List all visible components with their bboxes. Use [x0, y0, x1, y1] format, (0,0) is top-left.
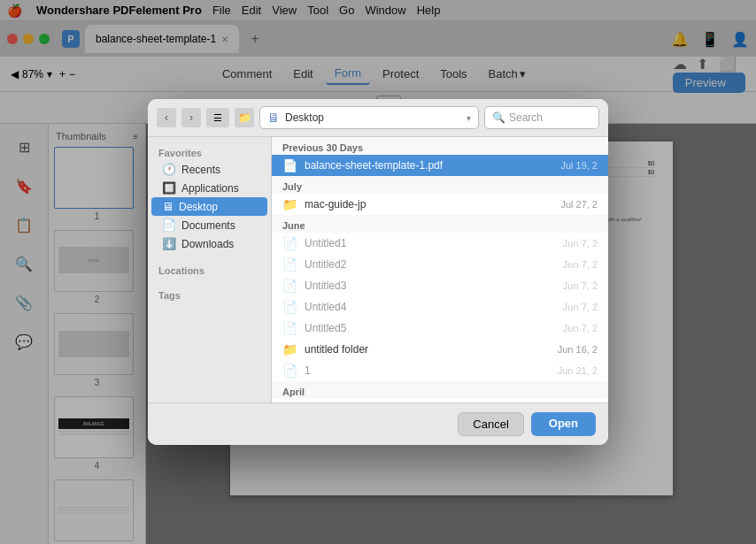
- search-bar[interactable]: 🔍 Search: [484, 106, 599, 129]
- sidebar-recents[interactable]: 🕐 Recents: [151, 160, 267, 179]
- file-1[interactable]: 📄 1 Jun 21, 2: [272, 360, 608, 381]
- downloads-icon: ⬇️: [162, 237, 176, 250]
- recents-label: Recents: [181, 164, 220, 176]
- mac-guide-date: Jul 27, 2: [560, 199, 598, 210]
- recents-icon: 🕐: [162, 163, 176, 176]
- file-untitled4[interactable]: 📄 Untitled4 Jun 7, 2: [272, 296, 608, 318]
- file-list: Previous 30 Days 📄 balance-sheet-templat…: [272, 137, 608, 402]
- desktop-folder-icon: 🖥: [162, 200, 174, 213]
- balance-sheet-date: Jul 19, 2: [560, 160, 598, 171]
- sidebar-applications[interactable]: 🔲 Applications: [151, 179, 267, 197]
- file-untitled1[interactable]: 📄 Untitled1 Jun 7, 2: [272, 233, 608, 254]
- back-button[interactable]: ‹: [157, 108, 176, 127]
- untitled5-filename: Untitled5: [305, 322, 556, 334]
- file-balance-sheet[interactable]: 📄 balance-sheet-template-1.pdf Jul 19, 2: [272, 155, 608, 176]
- file-untitled-folder[interactable]: 📁 untitled folder Jun 16, 2: [272, 339, 608, 360]
- file-mac-guide[interactable]: 📁 mac-guide-jp Jul 27, 2: [272, 194, 608, 215]
- untitled5-date: Jun 7, 2: [563, 323, 598, 333]
- applications-label: Applications: [181, 182, 239, 195]
- dialog-content: Favorites 🕐 Recents 🔲 Applications 🖥 Des…: [148, 137, 608, 402]
- location-bar[interactable]: 🖥 Desktop ▾: [259, 106, 479, 129]
- tags-title: Tags: [148, 287, 271, 303]
- section-previous-30-days: Previous 30 Days: [272, 137, 608, 155]
- sidebar-documents[interactable]: 📄 Documents: [151, 216, 267, 234]
- downloads-label: Downloads: [181, 238, 234, 250]
- doc-untitled2-icon: 📄: [282, 257, 297, 272]
- file-1-filename: 1: [305, 364, 551, 377]
- balance-sheet-filename: balance-sheet-template-1.pdf: [305, 159, 553, 172]
- untitled4-filename: Untitled4: [305, 301, 556, 313]
- search-placeholder: Search: [509, 111, 543, 124]
- untitled3-date: Jun 7, 2: [563, 280, 598, 291]
- section-july: July: [272, 176, 608, 194]
- documents-label: Documents: [181, 219, 235, 232]
- folder-mac-guide-icon: 📁: [282, 197, 297, 211]
- dialog-toolbar: ‹ › ☰ 📁 🖥 Desktop ▾ 🔍 Search: [148, 99, 608, 137]
- cancel-button[interactable]: Cancel: [458, 412, 523, 436]
- section-april: April: [272, 381, 608, 399]
- documents-icon: 📄: [162, 218, 176, 232]
- mac-guide-filename: mac-guide-jp: [305, 198, 553, 211]
- file-1-date: Jun 21, 2: [558, 365, 598, 376]
- untitled2-date: Jun 7, 2: [563, 259, 598, 270]
- folder-view-button[interactable]: 📁: [235, 108, 254, 127]
- location-text: Desktop: [285, 111, 324, 124]
- file-untitled-5[interactable]: 📄 Untitled 5 Apr 19, 2: [272, 399, 608, 402]
- doc-untitled3-icon: 📄: [282, 279, 297, 293]
- desktop-label: Desktop: [179, 201, 218, 213]
- untitled1-date: Jun 7, 2: [563, 238, 598, 249]
- doc-1-icon: 📄: [282, 364, 297, 378]
- doc-untitled5-icon: 📄: [282, 321, 297, 335]
- dialog-footer: Cancel Open: [148, 402, 608, 445]
- untitled1-filename: Untitled1: [305, 237, 556, 249]
- section-june: June: [272, 215, 608, 233]
- untitled-folder-date: Jun 16, 2: [558, 344, 598, 355]
- file-untitled2[interactable]: 📄 Untitled2 Jun 7, 2: [272, 254, 608, 275]
- forward-button[interactable]: ›: [181, 108, 201, 127]
- doc-untitled1-icon: 📄: [282, 236, 297, 250]
- untitled4-date: Jun 7, 2: [563, 302, 598, 312]
- desktop-icon: 🖥: [267, 111, 280, 125]
- dialog-overlay: ‹ › ☰ 📁 🖥 Desktop ▾ 🔍 Search Favorites 🕐…: [0, 0, 756, 544]
- file-untitled5[interactable]: 📄 Untitled5 Jun 7, 2: [272, 318, 608, 339]
- untitled2-filename: Untitled2: [305, 258, 556, 271]
- open-button[interactable]: Open: [531, 412, 596, 436]
- untitled-folder-filename: untitled folder: [305, 343, 551, 356]
- pdf-file-icon: 📄: [282, 158, 297, 172]
- untitled3-filename: Untitled3: [305, 280, 556, 292]
- dialog-sidebar: Favorites 🕐 Recents 🔲 Applications 🖥 Des…: [148, 137, 272, 402]
- file-untitled3[interactable]: 📄 Untitled3 Jun 7, 2: [272, 275, 608, 296]
- search-icon: 🔍: [492, 111, 505, 124]
- open-file-dialog: ‹ › ☰ 📁 🖥 Desktop ▾ 🔍 Search Favorites 🕐…: [148, 99, 608, 445]
- list-view-button[interactable]: ☰: [206, 108, 229, 127]
- locations-title: Locations: [148, 262, 271, 278]
- favorites-title: Favorites: [148, 144, 271, 160]
- applications-icon: 🔲: [162, 181, 176, 195]
- doc-untitled4-icon: 📄: [282, 300, 297, 314]
- sidebar-desktop[interactable]: 🖥 Desktop: [151, 197, 267, 216]
- sidebar-downloads[interactable]: ⬇️ Downloads: [151, 234, 267, 253]
- folder-untitled-icon: 📁: [282, 342, 297, 356]
- location-chevron-icon: ▾: [467, 113, 471, 123]
